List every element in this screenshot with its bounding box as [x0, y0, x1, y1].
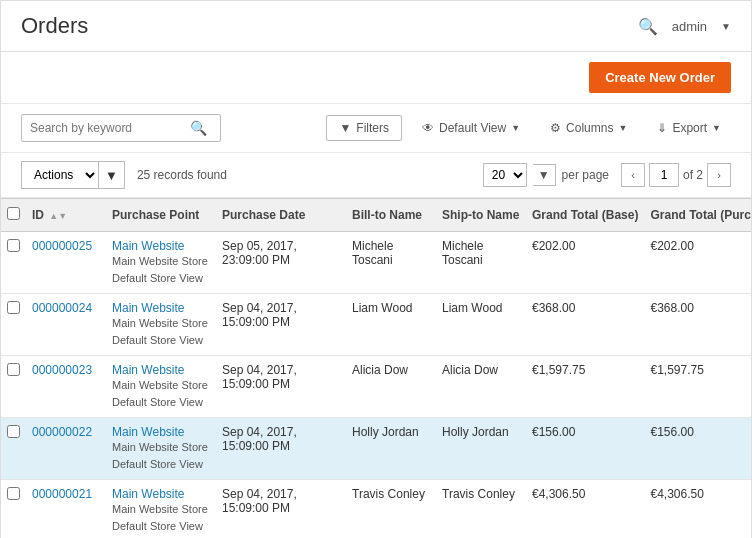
row-purchase-date: Sep 04, 2017, 15:09:00 PM — [216, 294, 346, 356]
filters-button[interactable]: ▼ Filters — [326, 115, 402, 141]
create-new-order-button[interactable]: Create New Order — [589, 62, 731, 93]
filters-bar: 🔍 ▼ Filters 👁 Default View ▼ ⚙ Columns ▼… — [1, 104, 751, 153]
row-grand-purchased: €202.00 — [644, 232, 751, 294]
order-id-link[interactable]: 000000023 — [32, 363, 92, 377]
row-bill-to: Alicia Dow — [346, 356, 436, 418]
order-id-link[interactable]: 000000021 — [32, 487, 92, 501]
export-button[interactable]: ⇓ Export ▼ — [647, 116, 731, 140]
row-checkbox[interactable] — [7, 425, 20, 438]
order-id-link[interactable]: 000000022 — [32, 425, 92, 439]
table-row: 000000023Main WebsiteMain Website StoreD… — [1, 356, 751, 418]
default-view-button[interactable]: 👁 Default View ▼ — [412, 116, 530, 140]
th-purchase-date[interactable]: Purchase Date — [216, 199, 346, 232]
per-page-select[interactable]: 20 — [483, 163, 527, 187]
th-grand-base[interactable]: Grand Total (Base) — [526, 199, 644, 232]
actions-dropdown-arrow[interactable]: ▼ — [99, 161, 125, 189]
table-row: 000000025Main WebsiteMain Website StoreD… — [1, 232, 751, 294]
page-header: Orders 🔍 admin ▼ — [1, 1, 751, 52]
row-ship-to: Holly Jordan — [436, 418, 526, 480]
header-search-button[interactable]: 🔍 — [638, 17, 658, 36]
row-checkbox-cell — [1, 356, 26, 418]
next-page-button[interactable]: › — [707, 163, 731, 187]
gear-icon: ⚙ — [550, 121, 561, 135]
store-info: Default Store View — [112, 394, 210, 411]
actions-select[interactable]: Actions — [21, 161, 99, 189]
table-row: 000000021Main WebsiteMain Website StoreD… — [1, 480, 751, 539]
row-purchase-date: Sep 04, 2017, 15:09:00 PM — [216, 480, 346, 539]
row-purchase-date: Sep 04, 2017, 15:09:00 PM — [216, 356, 346, 418]
th-bill-to[interactable]: Bill-to Name — [346, 199, 436, 232]
th-select-all[interactable] — [1, 199, 26, 232]
row-bill-to: Travis Conley — [346, 480, 436, 539]
row-grand-base: €4,306.50 — [526, 480, 644, 539]
row-purchase-date: Sep 05, 2017, 23:09:00 PM — [216, 232, 346, 294]
row-purchase-point: Main WebsiteMain Website StoreDefault St… — [106, 356, 216, 418]
page-wrapper: Orders 🔍 admin ▼ Create New Order 🔍 ▼ Fi… — [0, 0, 752, 538]
row-checkbox[interactable] — [7, 239, 20, 252]
per-page-label: per page — [562, 168, 609, 182]
export-btn-label: Export — [672, 121, 707, 135]
th-ship-to[interactable]: Ship-to Name — [436, 199, 526, 232]
row-bill-to: Michele Toscani — [346, 232, 436, 294]
row-checkbox-cell — [1, 232, 26, 294]
store-info: Default Store View — [112, 518, 210, 535]
id-sort-icon: ▲▼ — [49, 211, 67, 221]
select-all-checkbox[interactable] — [7, 207, 20, 220]
purchase-point-link[interactable]: Main Website — [112, 301, 184, 315]
admin-dropdown-icon[interactable]: ▼ — [721, 21, 731, 32]
store-info: Default Store View — [112, 456, 210, 473]
row-checkbox[interactable] — [7, 487, 20, 500]
store-info: Main Website Store — [112, 501, 210, 518]
row-bill-to: Holly Jordan — [346, 418, 436, 480]
row-checkbox-cell — [1, 480, 26, 539]
row-checkbox-cell — [1, 418, 26, 480]
row-id: 000000021 — [26, 480, 106, 539]
page-number-input[interactable] — [649, 163, 679, 187]
view-btn-label: Default View — [439, 121, 506, 135]
actions-bar: Actions ▼ 25 records found 20 ▼ per page… — [1, 153, 751, 198]
row-grand-base: €156.00 — [526, 418, 644, 480]
row-checkbox-cell — [1, 294, 26, 356]
export-icon: ⇓ — [657, 121, 667, 135]
filters-button-label: Filters — [356, 121, 389, 135]
store-info: Default Store View — [112, 332, 210, 349]
actions-select-wrap: Actions ▼ — [21, 161, 125, 189]
row-ship-to: Liam Wood — [436, 294, 526, 356]
row-grand-purchased: €4,306.50 — [644, 480, 751, 539]
prev-page-button[interactable]: ‹ — [621, 163, 645, 187]
th-purchase-point[interactable]: Purchase Point — [106, 199, 216, 232]
records-count: 25 records found — [137, 168, 227, 182]
row-id: 000000022 — [26, 418, 106, 480]
row-checkbox[interactable] — [7, 301, 20, 314]
header-right: 🔍 admin ▼ — [638, 17, 731, 36]
filter-icon: ▼ — [339, 121, 351, 135]
order-id-link[interactable]: 000000025 — [32, 239, 92, 253]
export-dropdown-icon: ▼ — [712, 123, 721, 133]
eye-icon: 👁 — [422, 121, 434, 135]
row-id: 000000023 — [26, 356, 106, 418]
row-id: 000000024 — [26, 294, 106, 356]
th-id[interactable]: ID ▲▼ — [26, 199, 106, 232]
search-input[interactable] — [30, 121, 190, 135]
order-id-link[interactable]: 000000024 — [32, 301, 92, 315]
perpage-dropdown-arrow[interactable]: ▼ — [533, 164, 556, 186]
view-dropdown-icon: ▼ — [511, 123, 520, 133]
orders-table: ID ▲▼ Purchase Point Purchase Date Bill-… — [1, 198, 751, 538]
purchase-point-link[interactable]: Main Website — [112, 425, 184, 439]
purchase-point-link[interactable]: Main Website — [112, 363, 184, 377]
th-grand-purchased[interactable]: Grand Total (Purchased) — [644, 199, 751, 232]
purchase-point-link[interactable]: Main Website — [112, 239, 184, 253]
row-ship-to: Travis Conley — [436, 480, 526, 539]
columns-button[interactable]: ⚙ Columns ▼ — [540, 116, 637, 140]
store-info: Main Website Store — [112, 253, 210, 270]
row-checkbox[interactable] — [7, 363, 20, 376]
search-box: 🔍 — [21, 114, 221, 142]
orders-table-wrap: ID ▲▼ Purchase Point Purchase Date Bill-… — [1, 198, 751, 538]
create-order-toolbar: Create New Order — [1, 52, 751, 104]
purchase-point-link[interactable]: Main Website — [112, 487, 184, 501]
table-body: 000000025Main WebsiteMain Website StoreD… — [1, 232, 751, 539]
row-grand-base: €202.00 — [526, 232, 644, 294]
store-info: Main Website Store — [112, 377, 210, 394]
admin-label[interactable]: admin — [672, 19, 707, 34]
search-icon: 🔍 — [190, 120, 207, 136]
